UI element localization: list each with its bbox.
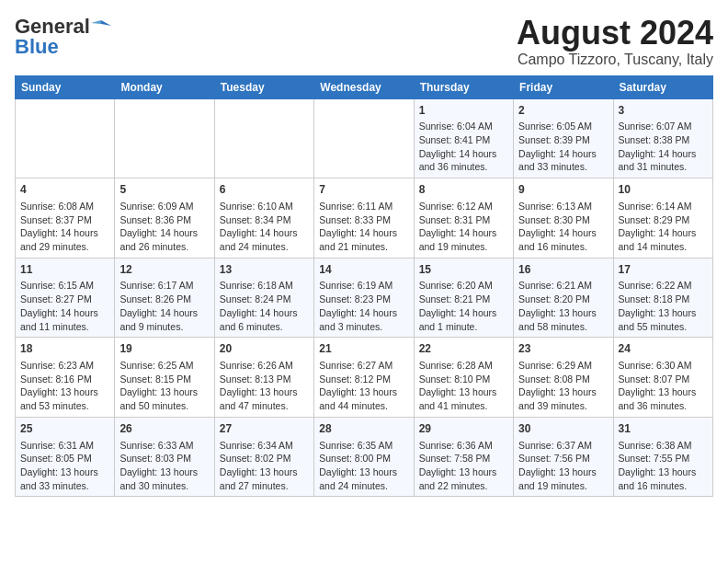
day-info-line: Sunrise: 6:19 AM (319, 279, 408, 293)
calendar-body: 1Sunrise: 6:04 AMSunset: 8:41 PMDaylight… (16, 98, 713, 497)
svg-marker-1 (91, 20, 101, 24)
day-number: 28 (319, 421, 408, 437)
day-info-line: Sunrise: 6:13 AM (518, 200, 608, 213)
calendar-cell: 17Sunrise: 6:22 AMSunset: 8:18 PMDayligh… (613, 258, 712, 338)
day-info-line: Sunset: 8:30 PM (518, 213, 608, 227)
day-info-line: Sunrise: 6:36 AM (419, 439, 508, 453)
svg-marker-0 (101, 20, 111, 26)
day-info-line: Daylight: 14 hours and 36 minutes. (419, 147, 508, 174)
day-number: 10 (619, 182, 708, 198)
calendar-cell: 25Sunrise: 6:31 AMSunset: 8:05 PMDayligh… (16, 417, 115, 497)
day-info-line: Sunrise: 6:28 AM (419, 359, 508, 373)
day-info-line: Daylight: 13 hours and 22 minutes. (419, 465, 508, 492)
calendar-week-row: 25Sunrise: 6:31 AMSunset: 8:05 PMDayligh… (16, 417, 713, 497)
day-number: 5 (119, 182, 209, 198)
day-info-line: Sunrise: 6:34 AM (220, 439, 309, 453)
day-info-line: Sunset: 8:05 PM (20, 452, 109, 465)
day-number: 20 (220, 341, 309, 357)
day-number: 8 (419, 182, 508, 198)
calendar-cell: 3Sunrise: 6:07 AMSunset: 8:38 PMDaylight… (613, 98, 712, 178)
day-info-line: Sunset: 8:20 PM (518, 293, 608, 306)
day-info-line: Sunrise: 6:12 AM (419, 200, 508, 213)
day-info-line: Daylight: 14 hours and 21 minutes. (319, 226, 408, 253)
calendar-cell: 13Sunrise: 6:18 AMSunset: 8:24 PMDayligh… (214, 258, 313, 338)
calendar-cell: 9Sunrise: 6:13 AMSunset: 8:30 PMDaylight… (514, 178, 613, 259)
day-number: 2 (518, 103, 608, 119)
calendar-cell: 1Sunrise: 6:04 AMSunset: 8:41 PMDaylight… (414, 98, 513, 178)
day-number: 31 (619, 421, 708, 437)
day-number: 22 (419, 341, 508, 357)
day-info-line: Daylight: 13 hours and 55 minutes. (619, 306, 708, 333)
day-info-line: Daylight: 14 hours and 19 minutes. (419, 226, 508, 253)
day-info-line: Sunset: 7:56 PM (518, 452, 608, 465)
day-number: 3 (619, 103, 708, 119)
day-info-line: Sunrise: 6:08 AM (20, 200, 109, 213)
day-info-line: Daylight: 13 hours and 58 minutes. (518, 306, 608, 333)
day-number: 1 (419, 103, 508, 119)
day-info-line: Daylight: 14 hours and 6 minutes. (220, 306, 309, 333)
day-number: 18 (20, 341, 109, 357)
day-info-line: Sunrise: 6:38 AM (619, 439, 708, 453)
calendar-cell: 23Sunrise: 6:29 AMSunset: 8:08 PMDayligh… (514, 338, 613, 418)
day-info-line: Daylight: 14 hours and 3 minutes. (319, 306, 408, 333)
day-info-line: Daylight: 13 hours and 41 minutes. (419, 385, 508, 412)
calendar-cell: 22Sunrise: 6:28 AMSunset: 8:10 PMDayligh… (414, 338, 513, 418)
day-number: 14 (319, 262, 408, 278)
day-info-line: Sunrise: 6:21 AM (518, 279, 608, 293)
day-info-line: Sunrise: 6:27 AM (319, 359, 408, 373)
day-info-line: Sunset: 8:34 PM (220, 213, 309, 227)
day-number: 7 (319, 182, 408, 198)
column-header-thursday: Thursday (414, 75, 513, 98)
day-info-line: Sunrise: 6:07 AM (619, 120, 708, 133)
day-info-line: Sunrise: 6:26 AM (220, 359, 309, 373)
calendar-cell: 4Sunrise: 6:08 AMSunset: 8:37 PMDaylight… (16, 178, 115, 259)
day-info-line: Sunset: 8:27 PM (20, 293, 109, 306)
day-info-line: Daylight: 13 hours and 39 minutes. (518, 385, 608, 412)
day-number: 13 (220, 262, 309, 278)
day-info-line: Sunset: 8:16 PM (20, 373, 109, 386)
calendar-cell (314, 98, 414, 178)
calendar-cell: 21Sunrise: 6:27 AMSunset: 8:12 PMDayligh… (314, 338, 414, 418)
day-info-line: Daylight: 13 hours and 36 minutes. (619, 385, 708, 412)
calendar-cell: 27Sunrise: 6:34 AMSunset: 8:02 PMDayligh… (214, 417, 313, 497)
calendar-cell: 14Sunrise: 6:19 AMSunset: 8:23 PMDayligh… (314, 258, 414, 338)
calendar-week-row: 4Sunrise: 6:08 AMSunset: 8:37 PMDaylight… (16, 178, 713, 259)
calendar-week-row: 18Sunrise: 6:23 AMSunset: 8:16 PMDayligh… (16, 338, 713, 418)
day-info-line: Daylight: 13 hours and 44 minutes. (319, 385, 408, 412)
day-info-line: Sunset: 8:37 PM (20, 213, 109, 227)
day-info-line: Sunrise: 6:22 AM (619, 279, 708, 293)
day-info-line: Daylight: 13 hours and 24 minutes. (319, 465, 408, 492)
day-number: 6 (220, 182, 309, 198)
calendar-cell: 18Sunrise: 6:23 AMSunset: 8:16 PMDayligh… (16, 338, 115, 418)
day-info-line: Sunset: 8:31 PM (419, 213, 508, 227)
day-info-line: Sunset: 8:07 PM (619, 373, 708, 386)
day-info-line: Daylight: 14 hours and 14 minutes. (619, 226, 708, 253)
calendar-cell (214, 98, 313, 178)
day-info-line: Sunset: 8:08 PM (518, 373, 608, 386)
month-year-title: August 2024 (517, 15, 713, 52)
calendar-cell: 19Sunrise: 6:25 AMSunset: 8:15 PMDayligh… (115, 338, 214, 418)
day-number: 9 (518, 182, 608, 198)
day-info-line: Sunrise: 6:29 AM (518, 359, 608, 373)
day-number: 25 (20, 421, 109, 437)
calendar-cell: 15Sunrise: 6:20 AMSunset: 8:21 PMDayligh… (414, 258, 513, 338)
day-info-line: Daylight: 13 hours and 33 minutes. (20, 465, 109, 492)
day-info-line: Sunset: 8:41 PM (419, 133, 508, 147)
calendar-week-row: 11Sunrise: 6:15 AMSunset: 8:27 PMDayligh… (16, 258, 713, 338)
day-info-line: Daylight: 14 hours and 24 minutes. (220, 226, 309, 253)
day-info-line: Sunset: 8:00 PM (319, 452, 408, 465)
calendar-cell (16, 98, 115, 178)
day-info-line: Sunset: 8:03 PM (119, 452, 209, 465)
logo-blue: Blue (15, 35, 59, 59)
day-number: 23 (518, 341, 608, 357)
day-info-line: Sunset: 8:12 PM (319, 373, 408, 386)
calendar-cell: 11Sunrise: 6:15 AMSunset: 8:27 PMDayligh… (16, 258, 115, 338)
day-info-line: Sunrise: 6:18 AM (220, 279, 309, 293)
calendar-cell: 26Sunrise: 6:33 AMSunset: 8:03 PMDayligh… (115, 417, 214, 497)
calendar-cell: 8Sunrise: 6:12 AMSunset: 8:31 PMDaylight… (414, 178, 513, 259)
day-info-line: Daylight: 14 hours and 16 minutes. (518, 226, 608, 253)
day-number: 11 (20, 262, 109, 278)
day-info-line: Daylight: 13 hours and 16 minutes. (619, 465, 708, 492)
column-header-wednesday: Wednesday (314, 75, 414, 98)
day-number: 16 (518, 262, 608, 278)
